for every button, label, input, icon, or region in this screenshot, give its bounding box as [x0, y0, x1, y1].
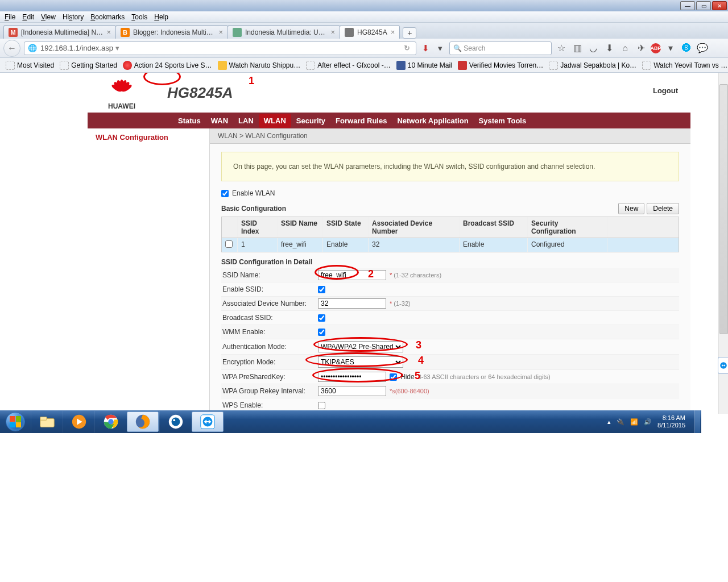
ssid-name-input[interactable] [318, 270, 386, 280]
bookmark-item[interactable]: Verified Movies Torren… [456, 60, 546, 71]
browser-tab[interactable]: HG8245A× [340, 25, 400, 39]
psk-input[interactable] [318, 372, 386, 382]
chat-icon[interactable]: 💬 [696, 42, 709, 55]
bookmark-item[interactable]: Most Visited [3, 60, 56, 71]
enable-ssid-checkbox[interactable] [318, 286, 325, 293]
wps-enable-checkbox[interactable] [318, 402, 325, 409]
bookmark-item[interactable]: Action 24 Sports Live S… [121, 60, 214, 71]
nav-wlan[interactable]: WLAN [259, 114, 291, 128]
taskbar-teamviewer[interactable] [192, 411, 224, 432]
browser-tab[interactable]: Indonesia Multimedia: Use…× [228, 25, 340, 39]
bookmark-item[interactable]: Getting Started [57, 60, 119, 71]
menu-tools[interactable]: Tools [128, 13, 151, 22]
auth-label: Authentication Mode: [221, 343, 318, 351]
sidebar-item-wlan-config[interactable]: WLAN Configuration [88, 128, 209, 146]
library-icon[interactable]: ▥ [571, 42, 584, 55]
row-checkbox[interactable] [225, 240, 233, 248]
nav-system-tools[interactable]: System Tools [474, 114, 532, 128]
skype-icon[interactable]: 🅢 [680, 42, 693, 55]
menu-edit[interactable]: Edit [19, 13, 38, 22]
downloads-icon[interactable]: ⬇ [603, 42, 615, 55]
reload-button[interactable]: ↻ [402, 44, 412, 52]
menu-file[interactable]: File [1, 13, 19, 22]
tray-show-hidden-icon[interactable]: ▴ [607, 418, 611, 426]
download-blocked-icon[interactable]: ⬇ [420, 43, 431, 54]
nav-network-application[interactable]: Network Application [392, 114, 473, 128]
taskbar-mediaplayer[interactable] [63, 411, 94, 433]
tab-close-icon[interactable]: × [106, 28, 111, 36]
menu-button[interactable] [712, 42, 725, 55]
wmm-label: WMM Enable: [221, 328, 318, 336]
tray-power-icon[interactable]: 🔌 [617, 418, 624, 426]
table-row[interactable]: 1free_wifiEnable32EnableConfigured [221, 238, 679, 252]
taskbar-chrome[interactable] [94, 411, 126, 433]
window-minimize-button[interactable]: — [680, 1, 695, 10]
bookmark-item[interactable]: After effect - Gfxcool -… [304, 60, 392, 71]
nav-wan[interactable]: WAN [206, 114, 233, 128]
url-bar[interactable]: 🌐 192.168.1.1/index.asp ▾ ↻ [24, 41, 416, 55]
tab-close-icon[interactable]: × [391, 28, 395, 36]
window-titlebar: — ▭ ✕ [0, 0, 728, 11]
bookmark-item[interactable]: 10 Minute Mail [394, 60, 454, 71]
new-button[interactable]: New [618, 203, 644, 214]
window-close-button[interactable]: ✕ [712, 1, 727, 10]
menu-bookmarks[interactable]: Bookmarks [87, 13, 128, 22]
logout-link[interactable]: Logout [653, 86, 678, 95]
nav-status[interactable]: Status [173, 114, 206, 128]
search-bar[interactable]: 🔍 Search [449, 41, 552, 55]
url-dropdown-icon[interactable]: ▾ [113, 44, 122, 52]
bookmark-item[interactable]: Jadwal Sepakbola | Ko… [547, 60, 639, 71]
auth-select[interactable]: WPA/WPA2 Pre-Shared [318, 341, 403, 352]
router-page: HUAWEI HG8245A Logout 1 StatusWANLANWLAN… [88, 73, 690, 414]
start-button[interactable] [0, 410, 31, 433]
bookmark-star-icon[interactable]: ☆ [555, 42, 568, 55]
dropdown2-icon[interactable]: ▾ [664, 42, 677, 55]
send-icon[interactable]: ✈ [635, 42, 647, 55]
browser-tab[interactable]: M[Indonesia Multimedia] Ne…× [3, 25, 116, 39]
back-button[interactable]: ← [3, 40, 20, 57]
tray-network-icon[interactable]: 📶 [630, 418, 638, 426]
teamviewer-side-tab[interactable] [718, 357, 728, 374]
svg-point-9 [173, 419, 175, 421]
taskbar-firefox[interactable] [127, 411, 159, 432]
router-sidebar: WLAN Configuration [88, 128, 210, 414]
home-icon[interactable]: ⌂ [619, 42, 631, 55]
assoc-input[interactable] [318, 298, 386, 309]
window-maximize-button[interactable]: ▭ [696, 1, 711, 10]
svg-point-8 [171, 418, 180, 426]
nav-security[interactable]: Security [291, 114, 330, 128]
enable-wlan-checkbox[interactable] [221, 190, 229, 197]
dropdown-icon[interactable]: ▾ [435, 43, 446, 54]
rekey-label: WPA Group Rekey Interval: [221, 387, 318, 395]
system-tray: ▴ 🔌 📶 🔊 8:16 AM 8/11/2015 [607, 410, 701, 433]
rekey-input[interactable] [318, 386, 386, 396]
pocket-icon[interactable]: ◡ [587, 42, 599, 55]
nav-lan[interactable]: LAN [233, 114, 259, 128]
psk-hide-checkbox[interactable] [390, 373, 397, 381]
menu-history[interactable]: History [59, 13, 87, 22]
wmm-checkbox[interactable] [318, 329, 325, 336]
tray-volume-icon[interactable]: 🔊 [644, 418, 652, 426]
show-desktop-button[interactable] [694, 410, 700, 433]
enc-select[interactable]: TKIP&AES [318, 356, 403, 368]
globe-icon: 🌐 [28, 44, 37, 53]
bookmark-item[interactable]: Watch Yeovil Town vs … [640, 60, 728, 71]
tray-clock[interactable]: 8:16 AM 8/11/2015 [657, 414, 689, 429]
adblock-icon[interactable]: ABP [651, 43, 661, 53]
menu-help[interactable]: Help [151, 13, 172, 22]
delete-button[interactable]: Delete [647, 203, 679, 214]
menu-view[interactable]: View [38, 13, 59, 22]
taskbar-camera[interactable] [159, 411, 191, 433]
tab-close-icon[interactable]: × [218, 28, 223, 36]
bookmarks-bar: Most VisitedGetting StartedAction 24 Spo… [0, 58, 728, 73]
taskbar-explorer[interactable] [31, 411, 63, 433]
browser-tab[interactable]: BBlogger: Indonesia Multim…× [115, 25, 228, 39]
enable-ssid-label: Enable SSID: [221, 285, 318, 293]
bookmark-item[interactable]: Watch Naruto Shippu… [216, 60, 303, 71]
broadcast-checkbox[interactable] [318, 314, 325, 322]
new-tab-button[interactable]: + [403, 27, 416, 39]
assoc-label: Associated Device Number: [221, 300, 318, 307]
annotation-1: 1 [249, 75, 254, 87]
nav-forward-rules[interactable]: Forward Rules [330, 114, 392, 128]
tab-close-icon[interactable]: × [330, 28, 335, 36]
